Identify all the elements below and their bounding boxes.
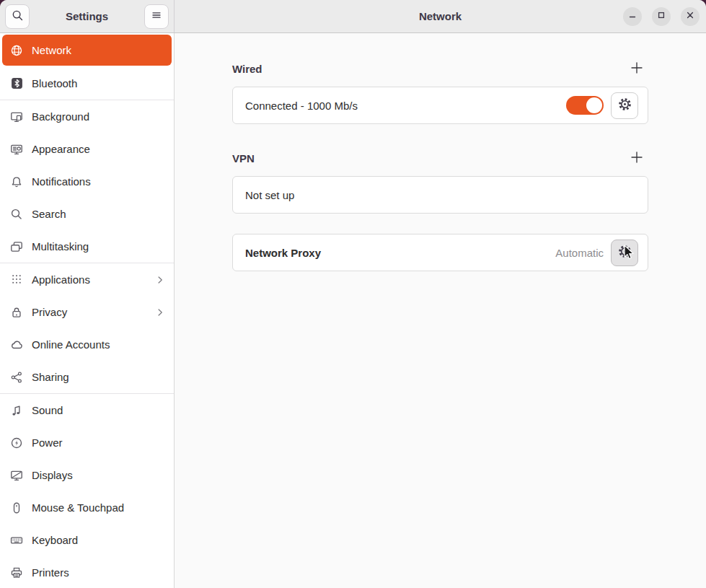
chevron-right-icon	[155, 307, 165, 317]
search-icon	[12, 9, 24, 25]
printer-icon	[10, 566, 23, 579]
sidebar-item-bluetooth[interactable]: Bluetooth	[0, 67, 174, 100]
vpn-status-row: Not set up	[232, 176, 648, 214]
gear-icon	[617, 244, 632, 261]
main-header: Network	[175, 0, 706, 32]
apps-icon	[10, 273, 23, 286]
sidebar-item-online-accounts[interactable]: Online Accounts	[0, 328, 174, 361]
sidebar-item-label: Keyboard	[32, 534, 78, 546]
plus-icon	[630, 151, 643, 166]
globe-icon	[10, 44, 23, 57]
sidebar-item-power[interactable]: Power	[0, 426, 174, 459]
page-title: Network	[419, 10, 462, 22]
vpn-status-label: Not set up	[245, 189, 294, 201]
background-icon	[10, 110, 23, 123]
sidebar-item-sound[interactable]: Sound	[0, 394, 174, 426]
wired-status-label: Connected - 1000 Mb/s	[245, 100, 358, 112]
sidebar-item-applications[interactable]: Applications	[0, 263, 174, 296]
multitasking-icon	[10, 240, 23, 253]
wired-section-title: Wired	[232, 63, 262, 75]
sidebar-item-label: Sharing	[32, 371, 69, 383]
sound-icon	[10, 404, 23, 417]
wired-toggle[interactable]	[566, 96, 604, 115]
sidebar-item-label: Background	[32, 110, 89, 123]
wired-section-header: Wired	[232, 62, 648, 75]
search-icon	[10, 208, 23, 221]
toggle-knob	[586, 97, 602, 113]
sidebar-title: Settings	[66, 10, 108, 22]
add-vpn-button[interactable]	[629, 150, 645, 166]
maximize-icon	[656, 9, 667, 24]
sidebar: NetworkBluetoothBackgroundAppearanceNoti…	[0, 33, 175, 588]
sidebar-item-notifications[interactable]: Notifications	[0, 165, 174, 198]
sidebar-item-label: Search	[32, 208, 66, 220]
settings-window: Settings Network	[0, 0, 706, 588]
appearance-icon	[10, 143, 23, 156]
titlebar: Settings Network	[0, 0, 706, 33]
plus-icon	[630, 61, 643, 76]
sidebar-item-label: Online Accounts	[32, 338, 110, 351]
minimize-icon	[627, 9, 638, 24]
sidebar-item-label: Bluetooth	[32, 77, 77, 89]
sidebar-item-printers[interactable]: Printers	[0, 556, 174, 588]
sidebar-item-network[interactable]: Network	[2, 35, 172, 66]
mouse-icon	[10, 501, 23, 514]
sidebar-item-privacy[interactable]: Privacy	[0, 296, 174, 328]
bell-icon	[10, 175, 23, 188]
proxy-settings-button[interactable]	[611, 240, 638, 266]
sidebar-item-label: Network	[32, 44, 71, 56]
chevron-right-icon	[155, 275, 165, 285]
share-icon	[10, 371, 23, 384]
minimize-button[interactable]	[623, 7, 642, 26]
hamburger-menu-icon	[151, 9, 162, 24]
sidebar-item-label: Appearance	[32, 143, 90, 155]
maximize-button[interactable]	[652, 7, 671, 26]
close-button[interactable]	[681, 7, 700, 26]
sidebar-item-displays[interactable]: Displays	[0, 459, 174, 491]
sidebar-item-label: Multitasking	[32, 240, 89, 253]
sidebar-item-multitasking[interactable]: Multitasking	[0, 230, 174, 263]
sidebar-item-label: Mouse & Touchpad	[32, 501, 124, 514]
proxy-value: Automatic	[555, 247, 604, 259]
bluetooth-icon	[10, 77, 23, 90]
sidebar-header: Settings	[0, 0, 175, 32]
wired-settings-button[interactable]	[611, 92, 638, 119]
add-wired-connection-button[interactable]	[629, 61, 645, 76]
keyboard-icon	[10, 534, 23, 547]
close-icon	[684, 9, 696, 24]
search-button[interactable]	[5, 4, 30, 29]
displays-icon	[10, 469, 23, 482]
sidebar-item-label: Sound	[32, 404, 63, 416]
sidebar-item-mouse-touchpad[interactable]: Mouse & Touchpad	[0, 491, 174, 524]
sidebar-item-appearance[interactable]: Appearance	[0, 133, 174, 165]
cloud-icon	[10, 338, 23, 351]
sidebar-item-label: Power	[32, 436, 63, 449]
wired-connection-row[interactable]: Connected - 1000 Mb/s	[232, 87, 648, 124]
gear-icon	[617, 97, 632, 114]
sidebar-item-label: Notifications	[32, 175, 91, 188]
vpn-section-header: VPN	[232, 152, 648, 164]
sidebar-list: NetworkBluetoothBackgroundAppearanceNoti…	[0, 35, 174, 588]
sidebar-item-label: Privacy	[32, 306, 67, 318]
sidebar-item-background[interactable]: Background	[0, 100, 174, 133]
network-proxy-row[interactable]: Network Proxy Automatic	[232, 234, 648, 271]
network-panel: Wired Connected - 1000 Mb/s	[175, 33, 706, 588]
sidebar-item-label: Displays	[32, 469, 73, 481]
primary-menu-button[interactable]	[144, 4, 169, 29]
sidebar-item-search[interactable]: Search	[0, 198, 174, 230]
proxy-title: Network Proxy	[245, 247, 321, 259]
sidebar-item-label: Applications	[32, 273, 90, 286]
power-icon	[10, 436, 23, 449]
lock-icon	[10, 306, 23, 319]
vpn-section-title: VPN	[232, 152, 255, 164]
sidebar-item-keyboard[interactable]: Keyboard	[0, 524, 174, 556]
sidebar-item-sharing[interactable]: Sharing	[0, 361, 174, 393]
sidebar-item-label: Printers	[32, 566, 69, 579]
